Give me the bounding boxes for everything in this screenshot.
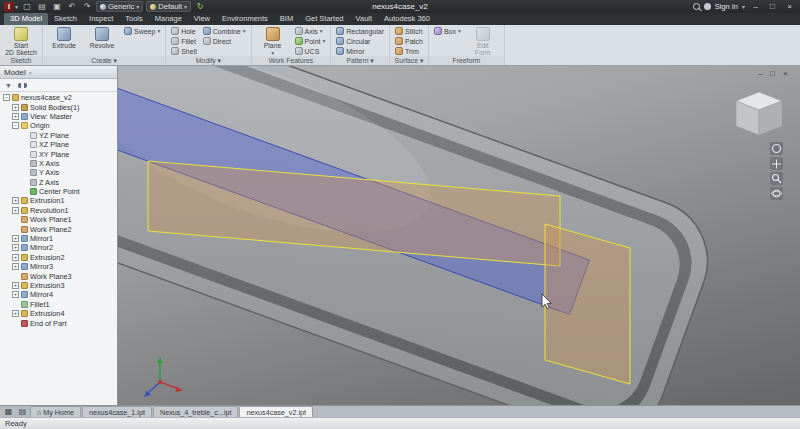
canvas-minimize-icon[interactable]: – xyxy=(758,69,763,78)
tree-item-extrusion1[interactable]: +Extrusion1 xyxy=(0,196,117,205)
direct-button[interactable]: Direct xyxy=(201,36,248,46)
tree-item-center-point[interactable]: Center Point xyxy=(0,187,117,196)
work-plane-tan-right[interactable] xyxy=(545,224,630,384)
appearance-dropdown[interactable]: Default ▾ xyxy=(146,1,191,12)
find-icon[interactable] xyxy=(18,82,27,89)
axis-button[interactable]: Axis▾ xyxy=(293,26,328,36)
open-icon[interactable]: ▤ xyxy=(36,1,48,12)
point-button[interactable]: Point▾ xyxy=(293,36,328,46)
expander-plus-icon[interactable]: + xyxy=(12,291,19,298)
expander-plus-icon[interactable]: + xyxy=(12,263,19,270)
circular-button[interactable]: Circular xyxy=(334,36,386,46)
sign-in-button[interactable]: Sign In xyxy=(715,2,738,11)
material-dropdown[interactable]: Generic ▾ xyxy=(96,1,143,12)
tree-item-extrusion4[interactable]: +Extrusion4 xyxy=(0,309,117,318)
document-tab-nexus-4-treble-c-ipt[interactable]: Nexus_4_treble_c...ipt xyxy=(153,406,239,417)
tree-item-work-plane2[interactable]: Work Plane2 xyxy=(0,224,117,233)
rectangular-button[interactable]: Rectangular xyxy=(334,26,386,36)
expander-minus-icon[interactable]: − xyxy=(3,94,10,101)
save-icon[interactable]: ▣ xyxy=(51,1,63,12)
ucs-button[interactable]: UCS xyxy=(293,46,328,56)
ribbon-tab-manage[interactable]: Manage xyxy=(149,13,188,25)
view-cube[interactable] xyxy=(736,92,782,135)
expander-plus-icon[interactable]: + xyxy=(12,207,19,214)
tree-item-x-axis[interactable]: X Axis xyxy=(0,159,117,168)
expander-plus-icon[interactable]: + xyxy=(12,310,19,317)
combine-button[interactable]: Combine▾ xyxy=(201,26,248,36)
tree-item-work-plane3[interactable]: Work Plane3 xyxy=(0,271,117,280)
viewport[interactable]: – □ × xyxy=(118,66,800,405)
tree-item-mirror4[interactable]: +Mirror4 xyxy=(0,290,117,299)
filter-icon[interactable]: ▼ xyxy=(5,82,12,89)
canvas-restore-icon[interactable]: □ xyxy=(770,69,775,78)
hole-button[interactable]: Hole xyxy=(169,26,199,36)
expander-minus-icon[interactable]: − xyxy=(12,122,19,129)
layout-grid-icon[interactable]: ▦ xyxy=(2,406,15,417)
browser-header-dropdown[interactable]: Model ▾ xyxy=(0,66,117,79)
patch-button[interactable]: Patch xyxy=(393,36,425,46)
tree-item-xz-plane[interactable]: XZ Plane xyxy=(0,140,117,149)
tree-item-y-axis[interactable]: Y Axis xyxy=(0,168,117,177)
navigation-wheel-icon[interactable] xyxy=(770,142,783,155)
tree-item-nexus4case-v2[interactable]: −nexus4case_v2 xyxy=(0,93,117,102)
tree-item-revolution1[interactable]: +Revolution1 xyxy=(0,206,117,215)
plane-button[interactable]: Plane▾ xyxy=(255,26,291,56)
expander-plus-icon[interactable]: + xyxy=(12,282,19,289)
undo-icon[interactable]: ↶ xyxy=(66,1,78,12)
orbit-icon[interactable] xyxy=(770,187,783,200)
maximize-button[interactable]: □ xyxy=(766,1,779,12)
tree-item-origin[interactable]: −Origin xyxy=(0,121,117,130)
update-icon[interactable]: ↻ xyxy=(194,1,206,12)
shell-button[interactable]: Shell xyxy=(169,46,199,56)
close-button[interactable]: × xyxy=(783,1,796,12)
ribbon-tab-autodesk-360[interactable]: Autodesk 360 xyxy=(378,13,436,25)
new-file-icon[interactable]: ▢ xyxy=(21,1,33,12)
redo-icon[interactable]: ↷ xyxy=(81,1,93,12)
canvas-close-icon[interactable]: × xyxy=(783,69,788,78)
tree-item-xy-plane[interactable]: XY Plane xyxy=(0,149,117,158)
stitch-button[interactable]: Stitch xyxy=(393,26,425,36)
ribbon-tab-bim[interactable]: BIM xyxy=(274,13,299,25)
extrude-button[interactable]: Extrude xyxy=(46,26,82,56)
tree-item-yz-plane[interactable]: YZ Plane xyxy=(0,131,117,140)
expander-plus-icon[interactable]: + xyxy=(12,244,19,251)
trim-button[interactable]: Trim xyxy=(393,46,425,56)
expander-plus-icon[interactable]: + xyxy=(12,104,19,111)
application-menu-button[interactable]: I ▾ xyxy=(4,2,18,12)
tree-item-mirror2[interactable]: +Mirror2 xyxy=(0,243,117,252)
tree-item-fillet1[interactable]: Fillet1 xyxy=(0,300,117,309)
ribbon-tab-inspect[interactable]: Inspect xyxy=(83,13,119,25)
ribbon-tab-get-started[interactable]: Get Started xyxy=(299,13,349,25)
tree-item-mirror3[interactable]: +Mirror3 xyxy=(0,262,117,271)
start-2d-sketch-button[interactable]: Start 2D Sketch xyxy=(3,26,39,56)
tree-item-view-master[interactable]: +View: Master xyxy=(0,112,117,121)
zoom-icon[interactable] xyxy=(770,172,783,185)
document-tab-nexus4case-v2-ipt[interactable]: nexus4case_v2.ipt xyxy=(239,406,313,417)
tree-item-extrusion3[interactable]: +Extrusion3 xyxy=(0,281,117,290)
tree-item-extrusion2[interactable]: +Extrusion2 xyxy=(0,253,117,262)
search-icon[interactable] xyxy=(693,3,700,10)
pan-icon[interactable] xyxy=(770,157,783,170)
box-button[interactable]: Box▾ xyxy=(432,26,463,36)
tree-item-mirror1[interactable]: +Mirror1 xyxy=(0,234,117,243)
ribbon-tab-tools[interactable]: Tools xyxy=(119,13,149,25)
ribbon-tab-environments[interactable]: Environments xyxy=(216,13,274,25)
expander-plus-icon[interactable]: + xyxy=(12,197,19,204)
tree-item-work-plane1[interactable]: Work Plane1 xyxy=(0,215,117,224)
sign-in-caret-icon[interactable]: ▾ xyxy=(742,3,745,10)
layout-rows-icon[interactable]: ▤ xyxy=(16,406,29,417)
tree-item-solid-bodies-1[interactable]: +Solid Bodies(1) xyxy=(0,102,117,111)
ribbon-tab-vault[interactable]: Vault xyxy=(350,13,379,25)
tree-item-z-axis[interactable]: Z Axis xyxy=(0,178,117,187)
minimize-button[interactable]: – xyxy=(749,1,762,12)
mirror-button[interactable]: Mirror xyxy=(334,46,386,56)
ribbon-tab-sketch[interactable]: Sketch xyxy=(48,13,83,25)
tree-item-end-of-part[interactable]: End of Part xyxy=(0,318,117,327)
expander-plus-icon[interactable]: + xyxy=(12,254,19,261)
expander-plus-icon[interactable]: + xyxy=(12,235,19,242)
sweep-button[interactable]: Sweep▾ xyxy=(122,26,162,36)
ribbon-tab-view[interactable]: View xyxy=(188,13,216,25)
document-tab-my-home[interactable]: ⌂My Home xyxy=(30,406,81,417)
fillet-button[interactable]: Fillet xyxy=(169,36,199,46)
expander-plus-icon[interactable]: + xyxy=(12,113,19,120)
